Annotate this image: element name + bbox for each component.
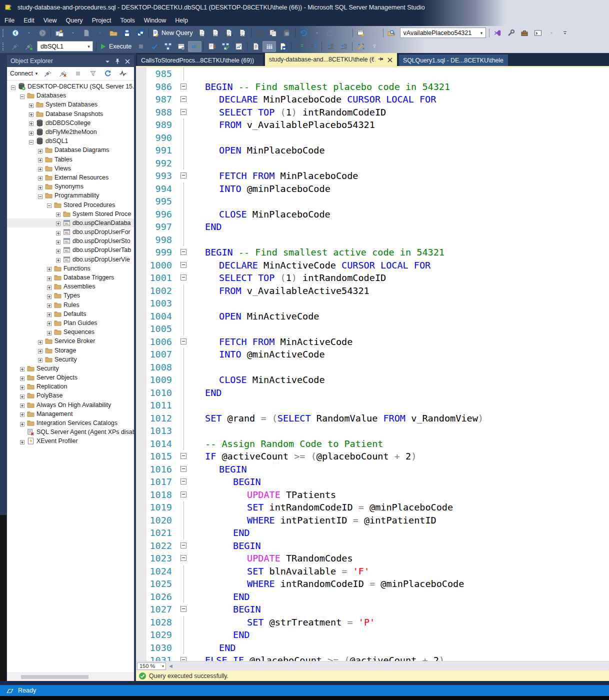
- expander-icon[interactable]: [29, 102, 34, 107]
- tree-item-tables[interactable]: Tables: [7, 155, 134, 164]
- expander-icon[interactable]: [29, 120, 34, 125]
- execute-button[interactable]: Execute: [98, 41, 134, 52]
- fold-toggle-icon[interactable]: [178, 259, 190, 272]
- tree-item-dbo-uspdropusersto[interactable]: dbo.uspDropUserSto: [7, 236, 134, 246]
- chevron-down-icon[interactable]: ▾: [85, 44, 92, 49]
- toolbar-grip[interactable]: [2, 42, 6, 50]
- tree-item-system-stored-proce[interactable]: System Stored Proce: [7, 210, 134, 218]
- expander-icon[interactable]: [29, 139, 34, 144]
- fold-toggle-icon[interactable]: [178, 476, 190, 488]
- indent-button[interactable]: [337, 41, 350, 52]
- tree-item-database-triggers[interactable]: Database Triggers: [7, 273, 134, 282]
- tree-item-dbsql1[interactable]: dbSQL1: [7, 136, 134, 146]
- tree-item-views[interactable]: Views: [7, 164, 134, 173]
- tree-item-storage[interactable]: Storage: [7, 346, 134, 354]
- scrollbar-thumb[interactable]: [21, 675, 88, 679]
- chevron-down-button[interactable]: [545, 28, 558, 38]
- chevron-down-button[interactable]: [310, 28, 324, 38]
- expander-icon[interactable]: [11, 84, 16, 89]
- scroll-left-icon[interactable]: ◀: [166, 664, 176, 668]
- expander-icon[interactable]: [56, 230, 60, 234]
- tree-item-sequences[interactable]: Sequences: [7, 328, 134, 336]
- tree-item-polybase[interactable]: PolyBase: [7, 391, 134, 400]
- menu-file[interactable]: File: [0, 16, 19, 25]
- activity-monitor-button[interactable]: [116, 68, 130, 79]
- fold-toggle-icon[interactable]: [178, 336, 190, 348]
- chevron-down-button[interactable]: [93, 28, 106, 38]
- tree-item-synonyms[interactable]: Synonyms: [7, 182, 134, 191]
- tab-sqlquery1[interactable]: SQLQuery1.sql - DE...8CETKU\thele (63)): [399, 54, 508, 66]
- tree-item-rules[interactable]: Rules: [7, 300, 134, 310]
- tree-item-external-resources[interactable]: External Resources: [7, 173, 134, 182]
- dmx-query-button[interactable]: DMX: [209, 28, 222, 38]
- expander-icon[interactable]: [47, 266, 52, 270]
- tab-callstostoredprocs[interactable]: CallsToStoredProcs...8CETKU\thele (69)): [137, 54, 263, 66]
- uncomment-button[interactable]: [306, 41, 320, 52]
- expander-icon[interactable]: [20, 376, 24, 380]
- tree-item-database-diagrams[interactable]: Database Diagrams: [7, 146, 134, 154]
- expander-icon[interactable]: [38, 348, 42, 352]
- cancel-button[interactable]: [134, 41, 148, 52]
- wrench-button[interactable]: [504, 28, 518, 38]
- pin-icon[interactable]: [114, 58, 120, 64]
- expander-icon[interactable]: [47, 330, 52, 334]
- code-editor[interactable]: 985986BEGIN -- Find smallest placebo cod…: [136, 68, 609, 661]
- tree-item-security[interactable]: Security: [7, 364, 134, 373]
- expander-icon[interactable]: [20, 421, 24, 426]
- oe-connect-plug-button[interactable]: [41, 68, 54, 79]
- fold-toggle-icon[interactable]: [178, 80, 190, 94]
- expander-icon[interactable]: [38, 194, 42, 198]
- fold-toggle-icon[interactable]: [178, 246, 190, 259]
- tree-item-dbflyme2themoon[interactable]: dbFlyMe2theMoon: [7, 128, 134, 136]
- chevron-down-button[interactable]: [66, 28, 80, 38]
- menu-edit[interactable]: Edit: [19, 16, 39, 25]
- tree-item-database-snapshots[interactable]: Database Snapshots: [7, 110, 134, 118]
- fold-toggle-icon[interactable]: [178, 170, 190, 182]
- tree-item-dbo-uspcleandataba[interactable]: dbo.uspCleanDataba: [7, 218, 134, 228]
- menu-query[interactable]: Query: [62, 16, 88, 25]
- parse-button[interactable]: [148, 41, 161, 52]
- chevron-down-button[interactable]: [338, 28, 351, 38]
- expander-icon[interactable]: [47, 302, 52, 307]
- fold-toggle-icon[interactable]: [178, 450, 190, 463]
- expander-icon[interactable]: [56, 239, 60, 244]
- expander-icon[interactable]: [38, 339, 42, 344]
- tree-item-server-objects[interactable]: Server Objects: [7, 373, 134, 382]
- forward-button[interactable]: [36, 28, 49, 38]
- tab-study-database-active[interactable]: study-database-and...8CETKU\thele (66)): [265, 53, 397, 66]
- tree-item-replication[interactable]: Replication: [7, 382, 134, 391]
- tree-item-functions[interactable]: Functions: [7, 264, 134, 273]
- connect-button[interactable]: Connect: [10, 70, 33, 77]
- tree-item-service-broker[interactable]: Service Broker: [7, 336, 134, 346]
- save-button[interactable]: [120, 28, 134, 38]
- expander-icon[interactable]: [56, 257, 60, 262]
- expander-icon[interactable]: [47, 294, 52, 298]
- expander-icon[interactable]: [20, 366, 24, 370]
- filter-button[interactable]: [86, 68, 100, 79]
- tree-item-always-on-high-availability[interactable]: Always On High Availability: [7, 400, 134, 410]
- expander-icon[interactable]: [20, 394, 24, 398]
- toolbox-button[interactable]: [518, 28, 532, 38]
- chevron-down-icon[interactable]: ▾: [478, 30, 486, 36]
- expander-icon[interactable]: [20, 402, 24, 407]
- menu-tools[interactable]: Tools: [116, 16, 140, 25]
- editor-zoom-selector[interactable]: 150 % ▾: [137, 662, 166, 670]
- comment-button[interactable]: [293, 41, 306, 52]
- tree-item-integration-services-catalogs[interactable]: Integration Services Catalogs: [7, 418, 134, 428]
- expander-icon[interactable]: [20, 412, 24, 416]
- close-icon[interactable]: [124, 58, 130, 64]
- copy-button[interactable]: [266, 28, 280, 38]
- open-folder-button[interactable]: [106, 28, 120, 38]
- tree-item-dbo-uspdropusertab[interactable]: dbo.uspDropUserTab: [7, 246, 134, 254]
- new-query-button[interactable]: New Query: [150, 28, 196, 38]
- find-button[interactable]: [385, 28, 398, 38]
- chevron-down-icon[interactable]: ▾: [36, 71, 38, 76]
- menu-project[interactable]: Project: [88, 16, 116, 25]
- fold-toggle-icon[interactable]: [178, 93, 190, 106]
- new-file-button[interactable]: [80, 28, 93, 38]
- menu-view[interactable]: View: [39, 16, 62, 25]
- toolbar-grip[interactable]: [2, 29, 6, 37]
- client-stats-button[interactable]: [232, 41, 246, 52]
- tree-item-dbo-uspdropuserfor[interactable]: dbo.uspDropUserFor: [7, 228, 134, 236]
- fold-toggle-icon[interactable]: [178, 552, 190, 565]
